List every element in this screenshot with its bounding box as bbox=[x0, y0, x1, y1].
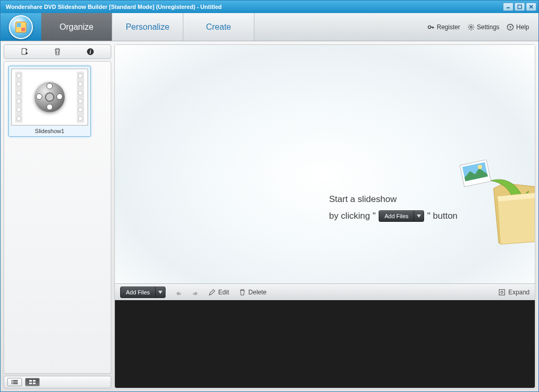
hint-line2: by clicking " Add Files " button bbox=[329, 208, 458, 224]
svg-rect-5 bbox=[17, 23, 21, 27]
add-files-label: Add Files bbox=[121, 287, 156, 298]
list-view-button[interactable] bbox=[7, 378, 22, 386]
add-page-icon bbox=[20, 47, 29, 56]
hint-line1: Start a slideshow bbox=[329, 191, 458, 208]
svg-point-8 bbox=[470, 26, 472, 28]
svg-line-15 bbox=[469, 28, 470, 29]
tab-create[interactable]: Create bbox=[183, 13, 254, 41]
svg-rect-6 bbox=[21, 28, 25, 31]
chevron-down-icon[interactable] bbox=[156, 291, 165, 294]
rotate-left-icon bbox=[175, 289, 182, 296]
canvas: Start a slideshow by clicking " Add File… bbox=[115, 45, 535, 283]
expand-icon bbox=[498, 289, 506, 296]
app-logo bbox=[1, 13, 41, 41]
main-tabs: Organize Personalize Create bbox=[41, 13, 254, 41]
trash-icon bbox=[239, 289, 246, 296]
rotate-right-button[interactable] bbox=[192, 289, 199, 296]
pencil-icon bbox=[208, 289, 216, 296]
bottom-toolbar: Add Files Edit Delete bbox=[115, 283, 535, 300]
delete-button[interactable]: Delete bbox=[239, 289, 267, 296]
slideshow-name: Slideshow1 bbox=[11, 126, 88, 134]
hint-line2-pre: by clicking " bbox=[329, 208, 376, 224]
tab-organize[interactable]: Organize bbox=[41, 13, 112, 41]
svg-rect-39 bbox=[499, 289, 505, 295]
window-controls bbox=[503, 3, 536, 11]
svg-rect-28 bbox=[11, 383, 13, 384]
svg-rect-32 bbox=[29, 380, 32, 382]
slideshow-list: Slideshow1 bbox=[4, 61, 111, 374]
key-icon bbox=[427, 23, 435, 31]
header: Organize Personalize Create Register Set… bbox=[1, 13, 538, 41]
grid-view-button[interactable] bbox=[25, 378, 40, 386]
maximize-button[interactable] bbox=[514, 3, 525, 11]
svg-rect-33 bbox=[33, 380, 36, 382]
svg-line-13 bbox=[469, 25, 470, 26]
settings-label: Settings bbox=[477, 23, 499, 31]
svg-text:i: i bbox=[89, 49, 91, 55]
main-panel: Start a slideshow by clicking " Add File… bbox=[114, 44, 535, 388]
svg-line-16 bbox=[473, 25, 474, 26]
delete-slideshow-button[interactable] bbox=[52, 46, 63, 57]
sidebar-toolbar: i bbox=[4, 44, 111, 59]
filmstrip-icon bbox=[77, 72, 84, 123]
expand-button[interactable]: Expand bbox=[498, 289, 530, 296]
gear-icon bbox=[467, 23, 475, 31]
svg-point-7 bbox=[428, 26, 431, 28]
register-link[interactable]: Register bbox=[427, 23, 460, 31]
hint-line2-post: " button bbox=[427, 208, 458, 224]
rotate-left-button[interactable] bbox=[175, 289, 182, 296]
grid-view-icon bbox=[29, 379, 36, 385]
svg-rect-26 bbox=[11, 380, 13, 381]
svg-line-14 bbox=[473, 28, 474, 29]
expand-label: Expand bbox=[508, 289, 530, 296]
body: i bbox=[1, 41, 538, 391]
folder-graphic-icon bbox=[460, 160, 535, 248]
list-view-icon bbox=[11, 379, 18, 385]
help-link[interactable]: ? Help bbox=[507, 23, 529, 31]
view-mode-bar bbox=[4, 376, 111, 388]
rotate-right-icon bbox=[192, 289, 199, 296]
add-files-inline-label: Add Files bbox=[379, 211, 414, 221]
film-reel-icon bbox=[34, 82, 65, 112]
thumbnail-preview bbox=[11, 68, 88, 126]
add-files-button[interactable]: Add Files bbox=[120, 287, 166, 298]
delete-label: Delete bbox=[249, 289, 267, 296]
title-bar: Wondershare DVD Slideshow Builder [Stand… bbox=[1, 1, 538, 13]
chevron-down-icon bbox=[414, 215, 424, 218]
info-icon: i bbox=[86, 47, 95, 56]
minimize-button[interactable] bbox=[503, 3, 513, 11]
svg-rect-29 bbox=[13, 380, 18, 381]
app-window: Wondershare DVD Slideshow Builder [Stand… bbox=[0, 0, 539, 392]
svg-rect-1 bbox=[518, 5, 522, 9]
sidebar: i bbox=[4, 44, 111, 388]
register-label: Register bbox=[437, 23, 460, 31]
edit-button[interactable]: Edit bbox=[208, 289, 229, 296]
timeline[interactable] bbox=[115, 300, 535, 388]
info-button[interactable]: i bbox=[85, 46, 96, 57]
add-files-inline-button[interactable]: Add Files bbox=[379, 210, 424, 222]
svg-rect-31 bbox=[13, 383, 18, 384]
trash-icon bbox=[53, 47, 62, 56]
close-button[interactable] bbox=[526, 3, 536, 11]
header-actions: Register Settings ? Help bbox=[254, 13, 538, 41]
add-slideshow-button[interactable] bbox=[19, 46, 30, 57]
svg-rect-30 bbox=[13, 382, 18, 383]
help-label: Help bbox=[516, 23, 529, 31]
edit-label: Edit bbox=[218, 289, 229, 296]
empty-state-hint: Start a slideshow by clicking " Add File… bbox=[329, 191, 458, 224]
help-icon: ? bbox=[507, 23, 514, 31]
tab-personalize[interactable]: Personalize bbox=[112, 13, 183, 41]
svg-rect-19 bbox=[22, 49, 26, 54]
svg-rect-27 bbox=[11, 382, 13, 383]
svg-rect-34 bbox=[29, 383, 32, 384]
svg-text:?: ? bbox=[509, 25, 512, 30]
logo-icon bbox=[9, 15, 33, 39]
filmstrip-icon bbox=[15, 72, 22, 123]
svg-rect-35 bbox=[33, 383, 36, 384]
window-title: Wondershare DVD Slideshow Builder [Stand… bbox=[3, 4, 503, 10]
settings-link[interactable]: Settings bbox=[467, 23, 499, 31]
slideshow-thumbnail[interactable]: Slideshow1 bbox=[8, 66, 91, 137]
